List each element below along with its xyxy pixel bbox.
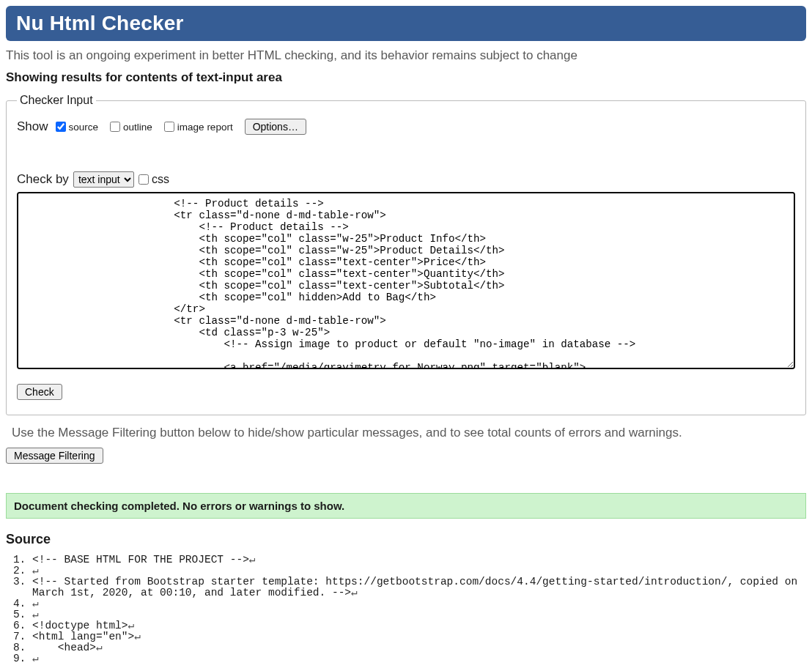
newline-icon: ↵ <box>96 642 103 653</box>
show-options-row: Show source outline image report Options… <box>17 119 795 135</box>
newline-icon: ↵ <box>249 554 256 566</box>
source-checkbox[interactable] <box>56 122 66 132</box>
outline-option[interactable]: outline <box>110 122 152 133</box>
newline-icon: ↵ <box>32 653 39 664</box>
page-title: Nu Html Checker <box>16 12 796 35</box>
newline-icon: ↵ <box>134 631 141 642</box>
outline-checkbox[interactable] <box>110 122 120 132</box>
source-line: ↵ <box>32 653 806 664</box>
checker-input-fieldset: Checker Input Show source outline image … <box>6 94 806 415</box>
source-line: <head>↵ <box>32 642 806 653</box>
source-line: <!-- Started from Bootstrap starter temp… <box>32 577 806 598</box>
css-checkbox-label: css <box>152 173 169 186</box>
check-button[interactable]: Check <box>17 384 62 400</box>
page-banner: Nu Html Checker <box>6 6 806 41</box>
source-option[interactable]: source <box>56 122 99 133</box>
results-for-heading: Showing results for contents of text-inp… <box>6 70 806 85</box>
image-report-checkbox-label: image report <box>177 122 233 133</box>
newline-icon: ↵ <box>32 609 39 620</box>
source-line: <!doctype html>↵ <box>32 620 806 631</box>
success-message: Document checking completed. No errors o… <box>6 493 806 519</box>
newline-icon: ↵ <box>128 620 135 631</box>
source-textarea[interactable] <box>17 192 795 369</box>
newline-icon: ↵ <box>351 587 358 598</box>
newline-icon: ↵ <box>32 565 39 577</box>
css-checkbox[interactable] <box>139 174 149 185</box>
source-line: <html lang="en">↵ <box>32 631 806 642</box>
filter-instructions: Use the Message Filtering button below t… <box>12 426 806 440</box>
options-button[interactable]: Options… <box>245 119 306 135</box>
source-line: ↵ <box>32 609 806 620</box>
source-line: <!-- BASE HTML FOR THE PROJECT -->↵ <box>32 555 806 566</box>
source-checkbox-label: source <box>69 122 99 133</box>
image-report-checkbox[interactable] <box>164 122 174 132</box>
check-by-label: Check by <box>17 172 69 187</box>
newline-icon: ↵ <box>32 598 39 609</box>
show-label: Show <box>17 119 48 134</box>
source-heading: Source <box>6 532 806 547</box>
source-listing: <!-- BASE HTML FOR THE PROJECT -->↵↵<!--… <box>6 555 806 664</box>
check-by-select[interactable]: text input <box>73 171 134 188</box>
checker-input-legend: Checker Input <box>17 94 96 107</box>
outline-checkbox-label: outline <box>123 122 152 133</box>
intro-text: This tool is an ongoing experiment in be… <box>6 48 806 63</box>
message-filtering-button[interactable]: Message Filtering <box>6 448 103 464</box>
check-by-row: Check by text input css <box>17 171 795 188</box>
source-line: ↵ <box>32 566 806 577</box>
source-line: ↵ <box>32 598 806 609</box>
css-option[interactable]: css <box>139 173 169 186</box>
image-report-option[interactable]: image report <box>164 122 233 133</box>
